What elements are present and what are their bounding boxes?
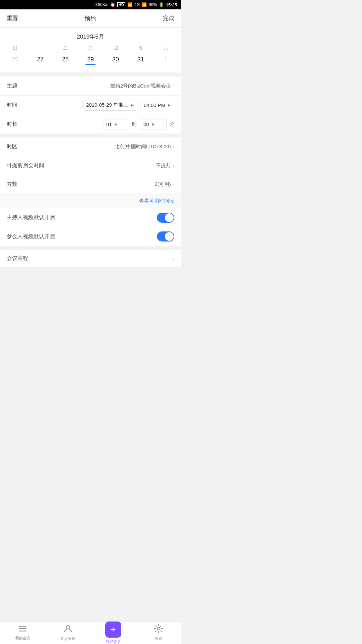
available-times-link[interactable]: 查看可用时间段 [139,198,174,204]
status-wifi: 📶 [127,2,132,7]
top-nav: 重置 预约 完成 [0,9,181,28]
schedule-row[interactable]: 会议室程 › [0,250,181,267]
duration-label: 时长 [7,121,25,128]
date-picker[interactable]: 2019-05-29 星期三 ▶ [82,100,137,111]
host-video-label: 主持人视频默认开启 [7,214,157,221]
divider-3 [0,133,181,138]
duration-row: 时长 01 ▶ 时 00 ▶ 分 [0,115,181,133]
duration-min-picker[interactable]: 00 ▶ [140,119,167,129]
hour-unit-label: 时 [132,121,137,127]
reset-button[interactable]: 重置 [7,14,18,22]
weekday-fri: 五 [128,45,153,51]
weekday-mon: 一 [28,45,53,51]
early-start-value[interactable]: 不提前 › [44,162,174,169]
status-speed: 0.80K/s [95,2,108,7]
settings-section: 时区 北京(中国时间UTC+8:00) › 可提前启会时间 不提前 › 方数 2… [0,138,181,246]
subject-chevron-icon: › [173,84,174,89]
calendar-weekdays: 日 一 二 三 四 五 六 [0,45,181,51]
early-start-label: 可提前启会时间 [7,162,44,169]
duration-hour-picker[interactable]: 01 ▶ [103,119,129,129]
calendar: 2019年5月 日 一 二 三 四 五 六 26 27 28 29 30 31 … [0,28,181,72]
squares-row[interactable]: 方数 2(可用) › [0,175,181,194]
status-time: 15:25 [166,2,177,7]
status-battery-icon: 🔋 [159,2,164,7]
date-picker-arrow-icon: ▶ [131,103,134,107]
schedule-label: 会议室程 [7,255,28,262]
subject-label: 主题 [7,83,25,90]
attendee-video-label: 参会人视频默认开启 [7,233,157,240]
time-section: 时间 2019-05-29 星期三 ▶ 04:00 PM ▶ 时长 01 ▶ [0,96,181,133]
min-picker-arrow-icon: ▶ [152,122,155,126]
status-signal: 📶 [142,2,147,7]
squares-label: 方数 [7,181,25,188]
weekday-sun: 日 [3,45,28,51]
timezone-chevron-icon: › [173,144,174,149]
squares-value[interactable]: 2(可用) › [25,181,174,187]
divider-4 [0,246,181,250]
time-row: 时间 2019-05-29 星期三 ▶ 04:00 PM ▶ [0,96,181,115]
weekday-tue: 二 [53,45,78,51]
early-start-chevron-icon: › [173,163,174,168]
calendar-day-1[interactable]: 1 [153,53,178,68]
status-battery: 90% [149,2,157,7]
calendar-days: 26 27 28 29 30 31 1 [0,53,181,72]
subject-value[interactable]: 邮箱2号的BizConf视频会议 › [25,83,174,89]
min-unit-label: 分 [169,121,174,127]
status-bar: 0.80K/s ⏰ HD 📶 4G 📶 90% 🔋 15:25 [0,0,181,9]
calendar-day-30[interactable]: 30 [103,53,128,68]
early-start-row[interactable]: 可提前启会时间 不提前 › [0,156,181,175]
host-video-row: 主持人视频默认开启 [0,208,181,227]
squares-chevron-icon: › [173,182,174,187]
page-title: 预约 [84,14,97,22]
time-label: 时间 [7,102,25,109]
status-alarm: ⏰ [110,2,115,7]
calendar-day-28[interactable]: 28 [53,53,78,68]
time-picker-arrow-icon: ▶ [168,103,171,107]
hour-picker-arrow-icon: ▶ [115,122,117,126]
calendar-day-31[interactable]: 31 [128,53,153,68]
calendar-day-29[interactable]: 29 [78,53,103,68]
attendee-video-toggle[interactable] [157,231,174,241]
schedule-chevron-icon: › [173,256,174,261]
calendar-month: 2019年5月 [0,33,181,41]
time-picker[interactable]: 04:00 PM ▶ [140,100,174,110]
weekday-thu: 四 [103,45,128,51]
done-button[interactable]: 完成 [163,14,174,22]
calendar-day-26[interactable]: 26 [3,53,28,68]
status-hd: HD [117,2,125,7]
calendar-day-27[interactable]: 27 [28,53,53,68]
weekday-sat: 六 [153,45,178,51]
available-times-row[interactable]: 查看可用时间段 [0,194,181,208]
host-video-toggle[interactable] [157,213,174,223]
weekday-wed: 三 [78,45,103,51]
status-network: 4G [134,2,140,7]
subject-row[interactable]: 主题 邮箱2号的BizConf视频会议 › [0,76,181,95]
attendee-video-row: 参会人视频默认开启 [0,227,181,246]
timezone-value[interactable]: 北京(中国时间UTC+8:00) › [25,144,174,150]
timezone-label: 时区 [7,143,25,150]
timezone-row[interactable]: 时区 北京(中国时间UTC+8:00) › [0,138,181,156]
subject-section: 主题 邮箱2号的BizConf视频会议 › [0,76,181,95]
divider-1 [0,72,181,76]
